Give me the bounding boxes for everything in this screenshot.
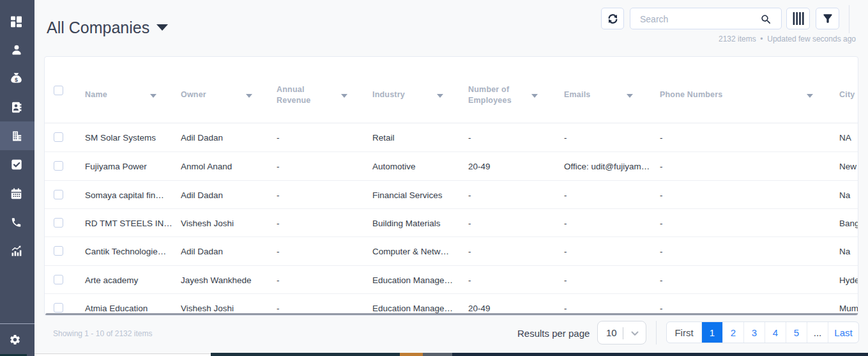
svg-text:$: $: [15, 76, 18, 82]
